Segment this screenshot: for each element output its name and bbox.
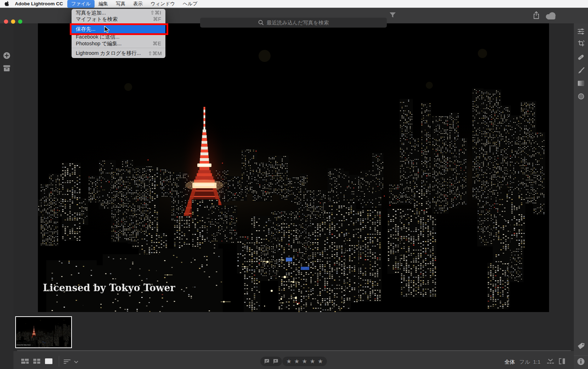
cloud-sync-icon[interactable]	[544, 12, 558, 20]
menu-item-migrate-catalog[interactable]: Lightroom カタログを移行... ⇧⌘M	[72, 50, 165, 57]
left-rail	[0, 23, 13, 369]
my-photos-archive-icon[interactable]	[3, 65, 10, 71]
star-rating-stars[interactable]: ★★★★★	[284, 358, 326, 364]
filmstrip-toggle-icon[interactable]	[547, 358, 554, 364]
menu-window[interactable]: ウィンドウ	[147, 0, 179, 8]
menu-separator	[72, 23, 165, 24]
filter-icon[interactable]	[390, 12, 396, 18]
info-icon[interactable]	[577, 358, 585, 365]
panel-toggle-icon[interactable]	[559, 358, 566, 364]
square-grid-icon[interactable]	[33, 359, 40, 364]
radial-gradient-icon[interactable]	[578, 93, 584, 99]
menu-item-save-to[interactable]: 保存先...	[72, 25, 165, 33]
toolbar-divider	[59, 356, 59, 367]
crop-icon[interactable]	[578, 40, 584, 47]
shortcut: ⇧⌘I	[150, 10, 161, 16]
close-window-button[interactable]	[4, 19, 8, 24]
linear-gradient-icon[interactable]	[578, 81, 584, 86]
zoom-full-button[interactable]: フル	[519, 359, 530, 365]
menu-file[interactable]: ファイル	[67, 0, 95, 8]
menu-separator	[72, 48, 165, 48]
search-icon	[258, 20, 264, 25]
search-placeholder: 最近読み込んだ写真を検索	[267, 19, 329, 26]
shortcut: ⌘E	[153, 41, 161, 46]
photo-grid-icon[interactable]	[21, 359, 29, 364]
shortcut: ⇧⌘M	[148, 51, 162, 56]
apple-icon[interactable]	[5, 1, 9, 6]
search-input[interactable]: 最近読み込んだ写真を検索	[200, 18, 387, 28]
healing-brush-icon[interactable]	[577, 53, 585, 61]
menu-bar: Adobe Lightroom CC ファイル 編集 写真 表示 ウィンドウ ヘ…	[0, 0, 588, 8]
flag-group	[260, 357, 282, 366]
rail-divider	[574, 356, 588, 356]
photo-canvas[interactable]	[38, 23, 549, 312]
edit-sliders-icon[interactable]	[578, 28, 584, 35]
file-menu-dropdown: 写真を追加... ⇧⌘I マイフォトを検索 ⌘F 保存先... Facebook…	[72, 9, 165, 58]
right-rail	[574, 23, 588, 369]
menu-photo[interactable]: 写真	[112, 0, 129, 8]
menu-view[interactable]: 表示	[129, 0, 147, 8]
brush-icon[interactable]	[578, 67, 584, 74]
filmstrip-thumbnail[interactable]	[15, 316, 72, 348]
add-photos-icon[interactable]	[3, 52, 11, 59]
detail-view-icon[interactable]	[45, 358, 52, 364]
share-icon[interactable]	[533, 11, 540, 19]
lightroom-window: Licensed by Tokyo Tower	[0, 0, 588, 369]
minimize-window-button[interactable]	[11, 19, 15, 24]
app-name: Adobe Lightroom CC	[15, 1, 63, 6]
zoom-window-button[interactable]	[18, 19, 22, 24]
star-rating[interactable]: ★★★★★	[282, 357, 327, 366]
zoom-1to1-button[interactable]: 1:1	[533, 359, 541, 365]
keyword-tag-icon[interactable]	[577, 342, 584, 350]
zoom-fit-button[interactable]: 全体	[504, 359, 515, 365]
sort-icon[interactable]	[64, 359, 71, 364]
flag-pick-icon[interactable]	[264, 359, 270, 364]
menu-help[interactable]: ヘルプ	[179, 0, 201, 8]
menu-edit[interactable]: 編集	[95, 0, 112, 8]
menu-item-search-my-photos[interactable]: マイフォトを検索 ⌘F	[72, 16, 165, 22]
menu-item-add-photos[interactable]: 写真を追加... ⇧⌘I	[72, 10, 165, 16]
chevron-down-icon[interactable]	[74, 361, 78, 363]
shortcut: ⌘F	[153, 16, 161, 22]
menu-item-send-to-facebook[interactable]: Facebook に送信...	[72, 34, 165, 40]
menu-item-edit-in-photoshop[interactable]: Photoshop で編集... ⌘E	[72, 40, 165, 47]
flag-reject-icon[interactable]	[273, 359, 278, 364]
